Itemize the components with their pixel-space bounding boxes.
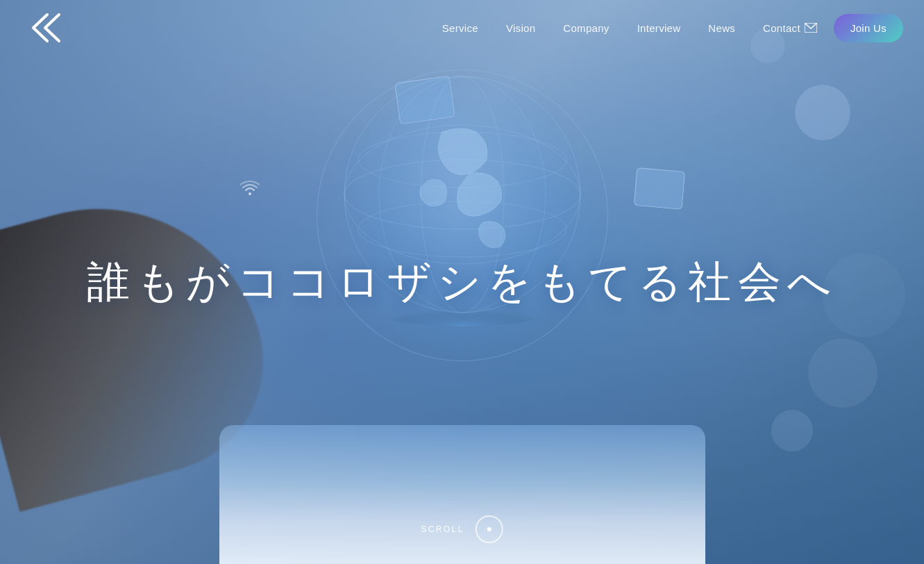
- join-us-button[interactable]: Join Us: [834, 14, 903, 42]
- scroll-indicator[interactable]: SCROLL: [421, 515, 503, 543]
- nav-item-vision[interactable]: Vision: [495, 17, 546, 40]
- headline-text: 誰もがココロザシをもてる社会へ: [87, 256, 838, 308]
- hero-section: Service Vision Company Interview News Co…: [0, 0, 924, 564]
- bokeh-light-1: [795, 85, 850, 140]
- nav-item-service[interactable]: Service: [431, 17, 489, 40]
- hero-headline: 誰もがココロザシをもてる社会へ: [87, 256, 838, 308]
- envelope-icon: [805, 23, 817, 33]
- wifi-icon: [240, 181, 260, 200]
- nav-item-company[interactable]: Company: [552, 17, 620, 40]
- scroll-dot: [487, 527, 492, 531]
- scroll-circle: [476, 515, 503, 543]
- scroll-label: SCROLL: [421, 524, 464, 534]
- nav-item-news[interactable]: News: [697, 17, 746, 40]
- nav-item-interview[interactable]: Interview: [626, 17, 692, 40]
- nav-menu: Service Vision Company Interview News Co…: [431, 14, 903, 42]
- floating-card-2: [634, 167, 686, 210]
- nav-item-contact[interactable]: Contact: [752, 17, 828, 40]
- logo[interactable]: [21, 9, 73, 47]
- svg-point-9: [249, 192, 251, 195]
- bokeh-light-4: [771, 410, 813, 451]
- bokeh-light-3: [808, 338, 877, 408]
- globe-glow: [317, 69, 608, 361]
- logo-icon: [21, 9, 73, 47]
- tablet-graphic: [219, 425, 705, 564]
- navbar: Service Vision Company Interview News Co…: [0, 0, 924, 56]
